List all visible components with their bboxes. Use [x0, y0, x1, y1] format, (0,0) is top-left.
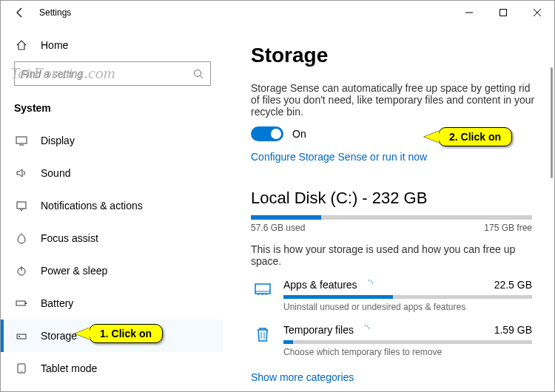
svg-rect-6: [16, 137, 27, 143]
category-apps-features[interactable]: Apps & features 22.5 GB Uninstall unused…: [251, 279, 532, 312]
notifications-icon: [14, 200, 29, 212]
sidebar-item-label: Battery: [41, 297, 73, 309]
disk-title: Local Disk (C:) - 232 GB: [251, 189, 535, 208]
category-bar: [283, 340, 532, 344]
usage-desc: This is how your storage is used and how…: [251, 243, 535, 267]
sidebar-item-label: Storage: [41, 330, 77, 342]
callout-one: 1. Click on: [89, 324, 163, 343]
sidebar-item-notifications[interactable]: Notifications & actions: [1, 189, 223, 222]
svg-rect-21: [265, 294, 267, 295]
disk-free-label: 175 GB free: [484, 223, 532, 233]
loading-spinner-icon: [360, 325, 370, 335]
callout-two: 2. Click on: [438, 127, 512, 146]
home-icon: [14, 39, 29, 51]
svg-rect-8: [17, 202, 26, 209]
sidebar-item-label: Power & sleep: [41, 265, 107, 277]
sidebar-item-display[interactable]: Display: [1, 124, 223, 157]
scrollbar[interactable]: [551, 67, 553, 178]
sidebar-item-label: Notifications & actions: [41, 200, 143, 212]
apps-features-icon: [251, 279, 275, 298]
minimize-button[interactable]: [452, 1, 486, 24]
sidebar-item-power-sleep[interactable]: Power & sleep: [1, 254, 223, 287]
maximize-button[interactable]: [486, 1, 520, 24]
svg-point-16: [21, 371, 21, 371]
focus-assist-icon: [14, 232, 29, 244]
sound-icon: [14, 167, 29, 179]
storage-sense-desc: Storage Sense can automatically free up …: [251, 82, 535, 118]
show-more-categories-link[interactable]: Show more categories: [251, 371, 354, 383]
svg-rect-20: [261, 294, 263, 295]
sidebar-item-label: Focus assist: [41, 232, 98, 244]
category-temporary-files[interactable]: Temporary files 1.59 GB Choose which tem…: [251, 324, 532, 357]
loading-spinner-icon: [363, 280, 374, 290]
svg-rect-12: [25, 303, 27, 304]
sidebar-item-sound[interactable]: Sound: [1, 157, 223, 189]
storage-icon: [14, 330, 29, 342]
search-box[interactable]: [14, 61, 211, 86]
trash-icon: [251, 324, 275, 343]
close-button[interactable]: [520, 1, 554, 24]
window-controls: [452, 1, 554, 24]
back-button[interactable]: [10, 2, 30, 23]
storage-sense-toggle[interactable]: [251, 126, 283, 141]
page-heading: Storage: [251, 44, 535, 67]
disk-usage-fill: [251, 215, 321, 220]
disk-usage-labels: 57.6 GB used 175 GB free: [251, 223, 532, 233]
svg-rect-13: [17, 334, 26, 339]
sidebar-item-tablet-mode[interactable]: Tablet mode: [1, 352, 223, 385]
search-icon: [192, 68, 204, 80]
section-title: System: [1, 95, 223, 124]
sidebar-item-label: Display: [41, 135, 75, 146]
title-bar: Settings: [1, 1, 554, 24]
category-size: 22.5 GB: [494, 279, 532, 291]
display-icon: [14, 135, 29, 146]
power-icon: [14, 265, 29, 277]
battery-icon: [14, 297, 29, 309]
svg-line-5: [201, 75, 204, 78]
category-size: 1.59 GB: [494, 324, 532, 336]
svg-rect-19: [258, 294, 260, 295]
disk-used-label: 57.6 GB used: [251, 223, 305, 233]
sidebar-item-battery[interactable]: Battery: [1, 287, 223, 320]
svg-rect-1: [500, 10, 507, 16]
configure-storage-sense-link[interactable]: Configure Storage Sense or run it now: [251, 151, 427, 163]
svg-rect-11: [16, 301, 25, 305]
svg-rect-17: [255, 284, 270, 294]
sidebar-item-label: Sound: [41, 167, 70, 179]
svg-point-14: [18, 336, 20, 337]
tablet-icon: [14, 362, 29, 374]
disk-usage-bar: [251, 215, 532, 220]
home-nav[interactable]: Home: [1, 32, 223, 58]
toggle-state-label: On: [292, 128, 306, 140]
category-hint: Choose which temporary files to remove: [283, 347, 532, 357]
category-title: Apps & features: [283, 279, 357, 291]
sidebar-item-focus-assist[interactable]: Focus assist: [1, 222, 223, 254]
sidebar-item-label: Tablet mode: [41, 362, 97, 374]
category-bar: [283, 295, 532, 299]
home-label: Home: [41, 39, 68, 51]
content-pane: Storage Storage Sense can automatically …: [223, 24, 554, 391]
search-input[interactable]: [21, 68, 192, 80]
window-title: Settings: [39, 7, 71, 18]
category-hint: Uninstall unused or undesired apps & fea…: [283, 302, 532, 312]
svg-point-4: [195, 70, 201, 76]
category-title: Temporary files: [283, 324, 354, 336]
